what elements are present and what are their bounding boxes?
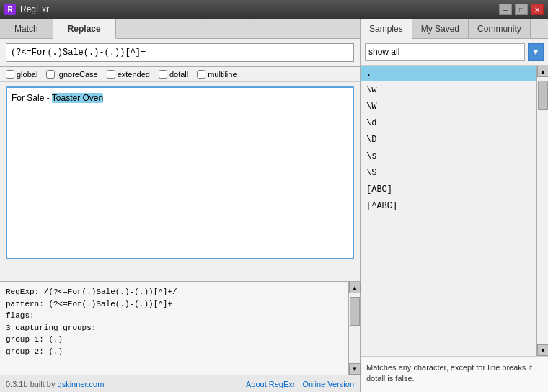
list-item-S[interactable]: \S [361,165,536,182]
flag-multiline[interactable]: multiline [197,70,237,79]
scroll-down-button[interactable]: ▼ [349,363,361,375]
flag-global[interactable]: global [6,70,37,79]
right-scroll-track[interactable] [537,77,548,344]
close-button[interactable]: ✕ [531,4,544,15]
results-content: RegExp: /(?<=For(.)Sale(.)-(.))[^]+/ pat… [0,282,348,375]
minimize-button[interactable]: – [499,4,512,15]
sample-text-area[interactable]: For Sale - Toaster Oven [6,86,354,259]
filter-dropdown[interactable]: show all anchors quantifiers groups char… [365,43,525,61]
app-icon: R [4,4,16,15]
flag-extended[interactable]: extended [107,70,150,79]
footer-bar: 0.3.1b built by gskinner.com About RegEx… [0,375,360,392]
scroll-up-button[interactable]: ▲ [349,282,361,293]
title-bar: R RegExr – □ ✕ [0,0,548,19]
app-title: RegExr [20,4,49,14]
flag-dotall[interactable]: dotall [159,70,188,79]
description-area: Matches any character, except for line b… [361,356,548,392]
right-scroll-thumb[interactable] [538,81,548,110]
right-scroll-up-button[interactable]: ▲ [537,66,548,77]
left-tab-bar: Match Replace [0,19,360,39]
maximize-button[interactable]: □ [515,4,528,15]
list-item-w[interactable]: \w [361,82,536,99]
text-area-container: For Sale - Toaster Oven [0,82,360,281]
list-item-notabc[interactable]: [^ABC] [361,198,536,215]
title-bar-left: R RegExr [4,4,49,15]
main-container: Match Replace global ignoreCase extended [0,19,548,392]
flag-dotall-checkbox[interactable] [159,70,167,79]
result-group2: group 2: (.) [6,346,342,358]
footer-version: 0.3.1b built by gskinner.com [6,380,104,388]
flags-bar: global ignoreCase extended dotall multil… [0,67,360,82]
regex-input-area [0,39,360,67]
list-item-s[interactable]: \s [361,148,536,165]
list-item-W[interactable]: \W [361,99,536,115]
result-groups: 3 capturing groups: [6,322,342,334]
list-item-D[interactable]: \D [361,132,536,148]
regex-input[interactable] [6,43,354,62]
list-item-d[interactable]: \d [361,115,536,132]
result-regexp: RegExp: /(?<=For(.)Sale(.)-(.))[^]+/ [6,286,342,298]
results-area: RegExp: /(?<=For(.)Sale(.)-(.))[^]+/ pat… [0,281,360,375]
tab-my-saved[interactable]: My Saved [412,19,469,38]
list-item-dot[interactable]: . [361,66,536,82]
dropdown-row: show all anchors quantifiers groups char… [361,39,548,66]
flag-multiline-checkbox[interactable] [197,70,206,79]
flag-extended-checkbox[interactable] [107,70,115,79]
results-scrollbar: ▲ ▼ [348,282,360,375]
author-link[interactable]: gskinner.com [58,380,105,388]
result-group1: group 1: (.) [6,334,342,346]
dropdown-arrow-button[interactable]: ▼ [528,43,544,61]
title-controls: – □ ✕ [499,4,544,15]
list-items: . \w \W \d \D \s \S [361,66,536,356]
list-item-abc[interactable]: [ABC] [361,182,536,198]
left-panel: Match Replace global ignoreCase extended [0,19,361,392]
list-scroll-wrapper: . \w \W \d \D \s \S [361,66,548,356]
online-version-link[interactable]: Online Version [302,380,354,388]
scroll-thumb[interactable] [350,297,360,326]
right-scroll-down-button[interactable]: ▼ [537,344,548,356]
tab-samples[interactable]: Samples [361,19,412,39]
right-panel: Samples My Saved Community show all anch… [361,19,548,392]
right-tab-bar: Samples My Saved Community [361,19,548,39]
footer-links: About RegExr Online Version [246,380,354,388]
match-highlight: Toaster Oven [52,93,103,103]
tab-match[interactable]: Match [0,19,53,38]
tab-community[interactable]: Community [469,19,531,38]
flag-global-checkbox[interactable] [6,70,14,79]
about-link[interactable]: About RegExr [246,380,295,388]
scroll-track[interactable] [349,293,360,363]
result-flags: flags: [6,310,342,322]
right-list-scrollbar: ▲ ▼ [536,66,548,356]
flag-ignorecase[interactable]: ignoreCase [46,70,97,79]
tab-replace[interactable]: Replace [53,19,116,39]
result-pattern: pattern: (?<=For(.)Sale(.)-(.))[^]+ [6,298,342,311]
flag-ignorecase-checkbox[interactable] [46,70,55,79]
